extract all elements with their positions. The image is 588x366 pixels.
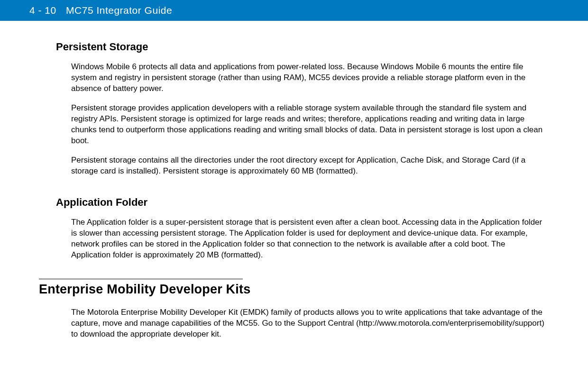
heading-application-folder: Application Folder <box>56 196 545 209</box>
paragraph: Persistent storage provides application … <box>71 103 545 146</box>
heading-enterprise-mobility-developer-kits: Enterprise Mobility Developer Kits <box>39 282 545 297</box>
heading-persistent-storage: Persistent Storage <box>56 41 545 53</box>
page-content: Persistent Storage Windows Mobile 6 prot… <box>0 41 588 340</box>
page-number: 4 - 10 <box>29 5 56 16</box>
paragraph: The Motorola Enterprise Mobility Develop… <box>71 307 545 340</box>
document-title: MC75 Integrator Guide <box>66 5 172 16</box>
paragraph: Windows Mobile 6 protects all data and a… <box>71 62 545 94</box>
page-header: 4 - 10 MC75 Integrator Guide <box>0 0 588 21</box>
paragraph: The Application folder is a super-persis… <box>71 217 545 261</box>
paragraph: Persistent storage contains all the dire… <box>71 155 545 177</box>
section-divider <box>39 279 243 279</box>
